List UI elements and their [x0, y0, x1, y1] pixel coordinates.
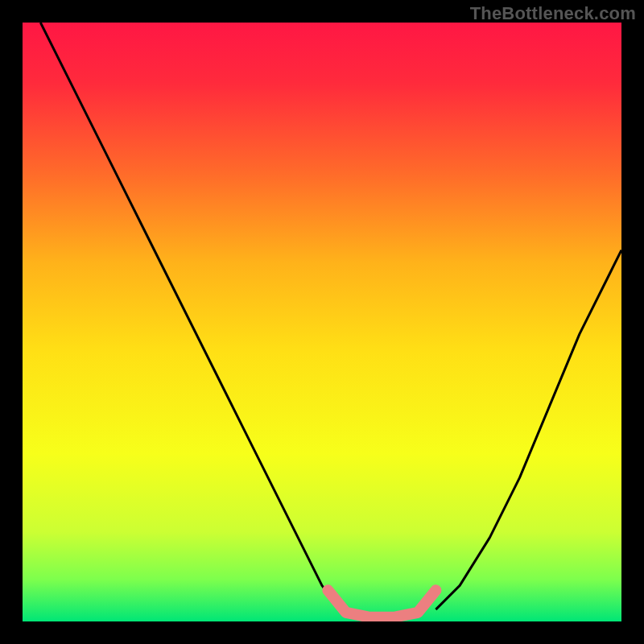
chart-frame: TheBottleneck.com	[0, 0, 644, 644]
gradient-background	[23, 23, 621, 621]
bottleneck-chart	[23, 23, 621, 621]
plot-area	[23, 23, 621, 621]
watermark-text: TheBottleneck.com	[470, 3, 636, 24]
